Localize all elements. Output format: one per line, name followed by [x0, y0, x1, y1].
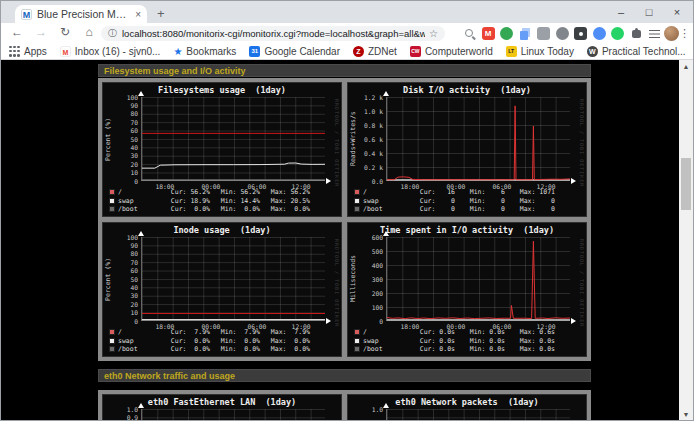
legend-name: /boot — [363, 205, 405, 213]
legend-max: Max: 0.0% — [260, 345, 310, 353]
y-tick: 0.8 k — [348, 122, 383, 129]
y-tick: 0.9 — [103, 414, 138, 421]
search-icon[interactable] — [463, 27, 476, 40]
scrollbar[interactable]: ▲ ▼ — [679, 60, 693, 421]
browser-tab[interactable]: M Blue Precision Monitorix × — [15, 5, 147, 23]
rrdtool-watermark: RRDTOOL / TOBI OETIKER — [334, 239, 340, 327]
bookmark-zdnet[interactable]: Z ZDNet — [353, 46, 397, 57]
legend-name: swap — [118, 197, 160, 205]
legend-min: Min: 0.0% — [210, 345, 260, 353]
window-close-button[interactable]: × — [671, 6, 683, 18]
series-lines — [387, 97, 570, 180]
apps-grid-icon — [9, 46, 20, 57]
legend-swatch — [354, 338, 360, 344]
apps-shortcut[interactable]: Apps — [9, 46, 47, 57]
bookmark-linux-today[interactable]: LT Linux Today — [506, 46, 574, 57]
profile-avatar[interactable] — [664, 26, 679, 41]
graph-eth0-traffic[interactable]: eth0 FastEthernet LAN (1day)bits/s1.00.9 — [102, 394, 342, 421]
legend-row: swapCur: 18.9%Min: 14.4%Max: 20.5% — [109, 197, 333, 206]
legend-name: / — [363, 188, 405, 196]
bookmark-practical-technology[interactable]: W Practical Technol... — [587, 46, 686, 57]
legend-row: /Cur: 7.9%Min: 7.9%Max: 7.9% — [109, 328, 333, 337]
window-maximize-button[interactable]: □ — [643, 6, 655, 18]
legend-name: /boot — [118, 205, 160, 213]
legend-row: /bootCur: 0.0%Min: 0.0%Max: 0.0% — [109, 345, 333, 354]
legend-cur: Cur: 18.9% — [160, 197, 210, 205]
bookmark-bookmarks[interactable]: ★ Bookmarks — [173, 46, 236, 57]
forward-button[interactable]: → — [33, 25, 49, 39]
new-tab-button[interactable]: + — [157, 6, 165, 22]
scrollbar-thumb[interactable] — [681, 158, 691, 210]
legend-name: / — [363, 328, 405, 336]
legend-cur: Cur: 0.0% — [160, 205, 210, 213]
tab-title: Blue Precision Monitorix — [37, 8, 131, 20]
graph-inode-usage[interactable]: Inode usage (1day)Percent (%)10090807060… — [102, 222, 342, 357]
y-tick: 60 — [103, 127, 138, 134]
puzzle-extensions-icon[interactable] — [630, 27, 643, 40]
scrollbar-down-arrow[interactable]: ▼ — [679, 408, 693, 421]
home-button[interactable]: ⌂ — [81, 25, 97, 39]
legend-swatch — [109, 346, 115, 352]
legend-name: / — [118, 188, 160, 196]
y-tick: 0 — [348, 318, 383, 325]
y-tick: 20 — [103, 161, 138, 168]
graph-time-spent-io[interactable]: Time spent in I/O activity (1day)Millise… — [347, 222, 587, 357]
legend-row: /bootCur: 0Min: 0Max: 0 — [354, 205, 578, 214]
y-tick: 1.0 — [348, 406, 383, 413]
browser-menu-icon[interactable]: ⋮ — [679, 27, 690, 40]
green-sphere-icon[interactable] — [500, 27, 513, 40]
eth0-graphs-grid: eth0 FastEthernet LAN (1day)bits/s1.00.9… — [98, 390, 591, 421]
axis-right-arrow — [326, 318, 331, 324]
legend-min: Min: 0 — [455, 197, 505, 205]
y-tick: 70 — [103, 259, 138, 266]
page-content: Filesystem usage and I/O activity Filesy… — [1, 60, 681, 421]
rrdtool-watermark: RRDTOOL / TOBI OETIKER — [579, 99, 585, 187]
green-circle-icon[interactable] — [611, 27, 624, 40]
y-tick: 30 — [103, 152, 138, 159]
legend-swatch — [354, 329, 360, 335]
legend-min: Min: 14.4% — [210, 197, 260, 205]
bookmark-google-calendar[interactable]: 31 Google Calendar — [249, 46, 340, 57]
graph-eth0-packets[interactable]: eth0 Network packets (1day)Packets/s1.0 — [347, 394, 587, 421]
series-lines — [142, 237, 325, 320]
y-tick: 80 — [103, 110, 138, 117]
blue-circle-icon[interactable] — [593, 27, 606, 40]
address-bar[interactable]: ⓘ localhost:8080/monitorix-cgi/monitorix… — [101, 26, 445, 41]
camera-icon[interactable] — [556, 27, 569, 40]
url-text: localhost:8080/monitorix-cgi/monitorix.c… — [122, 28, 425, 39]
gmail-icon[interactable]: M — [482, 27, 495, 40]
copy-pages-icon[interactable] — [519, 27, 532, 40]
bookmark-star-icon[interactable]: ☆ — [429, 28, 438, 39]
bookmark-computerworld[interactable]: CW Computerworld — [410, 46, 493, 57]
section-title-filesystem: Filesystem usage and I/O activity — [98, 64, 591, 77]
gray-box-icon[interactable] — [537, 27, 550, 40]
scrollbar-up-arrow[interactable]: ▲ — [679, 60, 693, 74]
site-info-icon[interactable]: ⓘ — [108, 27, 117, 40]
graph-legend: /Cur: 16Min: 6Max: 1071swapCur: 0Min: 0M… — [354, 188, 578, 214]
screenshot-icon[interactable] — [574, 27, 587, 40]
legend-max: Max: 7.9% — [260, 328, 310, 336]
y-tick: 400 — [348, 262, 383, 269]
y-tick: 80 — [103, 250, 138, 257]
legend-min: Min: 56.2% — [210, 188, 260, 196]
gmail-icon: M — [60, 46, 71, 57]
axis-right-arrow — [571, 318, 576, 324]
y-tick: 0 — [103, 318, 138, 325]
y-tick: 30 — [103, 292, 138, 299]
legend-row: /bootCur: 0.0%Min: 0.0%Max: 0.0% — [109, 205, 333, 214]
y-tick: 300 — [348, 276, 383, 283]
graph-legend: /Cur: 56.2%Min: 56.2%Max: 56.2%swapCur: … — [109, 188, 333, 214]
tab-close-icon[interactable]: × — [135, 9, 141, 20]
series-lines — [142, 97, 325, 180]
graph-filesystems-usage[interactable]: Filesystems usage (1day)Percent (%)10090… — [102, 82, 342, 217]
bookmark-inbox[interactable]: M Inbox (16) - sjvn0... — [60, 46, 161, 57]
legend-cur: Cur: 0 — [405, 197, 455, 205]
back-button[interactable]: ← — [9, 25, 25, 39]
legend-cur: Cur: 0.0% — [160, 345, 210, 353]
graph-disk-io-activity[interactable]: Disk I/O activity (1day)Reads+Writes/s1.… — [347, 82, 587, 217]
plot-area — [386, 97, 570, 181]
window-minimize-button[interactable]: – — [615, 6, 627, 18]
tune-icon[interactable] — [648, 27, 661, 40]
reload-button[interactable]: ↻ — [57, 25, 73, 39]
legend-swatch — [109, 338, 115, 344]
